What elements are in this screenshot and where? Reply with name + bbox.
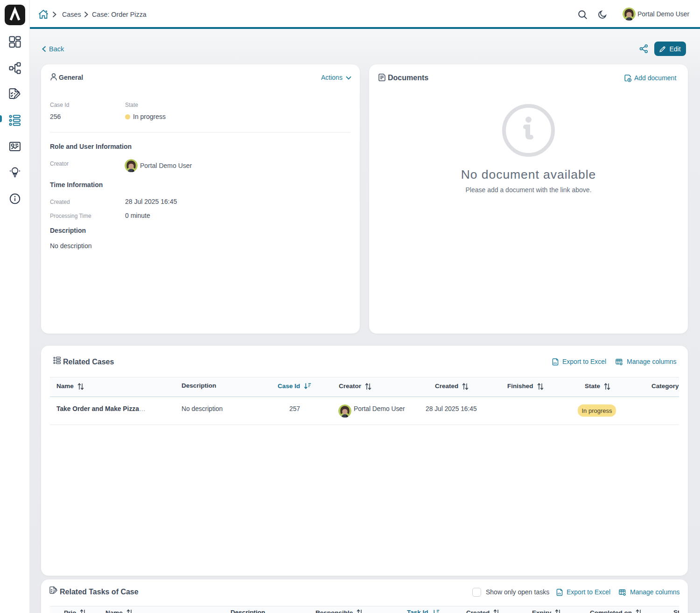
svg-text:xls: xls xyxy=(553,362,557,364)
svg-text:xls: xls xyxy=(558,592,561,595)
